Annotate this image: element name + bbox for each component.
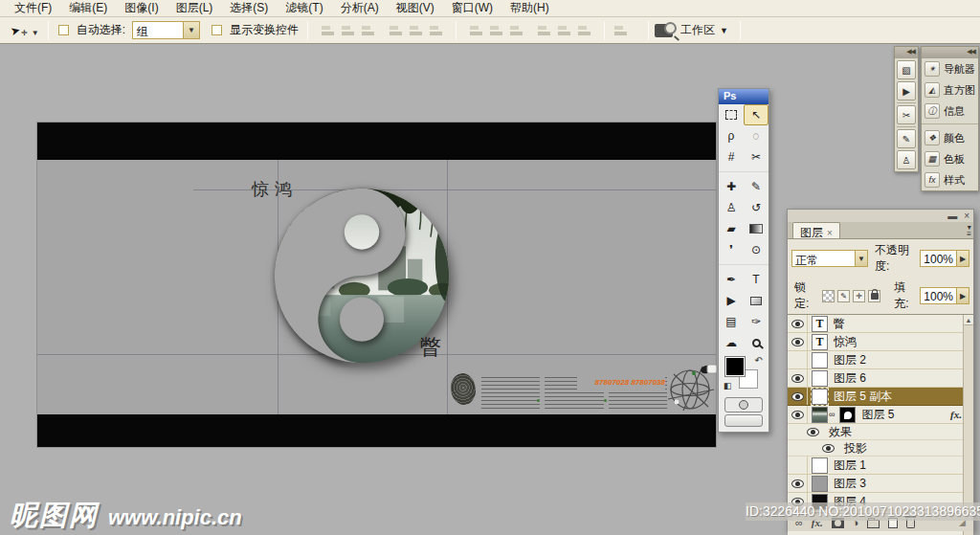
fill-field[interactable]: 100% ▶ — [920, 287, 969, 304]
dock-collapse-bar[interactable]: ◀◀ — [922, 47, 978, 58]
menu-item[interactable]: 编辑(E) — [60, 0, 116, 16]
lock-image-pixels-icon[interactable]: ✎ — [837, 290, 850, 302]
layer-thumbnail[interactable] — [812, 389, 828, 405]
visibility-toggle[interactable] — [788, 457, 808, 474]
layer-row[interactable]: ∞图层 5fx.▴ — [788, 406, 973, 424]
layer-name[interactable]: 瞥 — [834, 316, 845, 332]
menu-item[interactable]: 分析(A) — [332, 0, 388, 16]
layer-row[interactable]: 图层 6 — [788, 369, 973, 388]
menu-item[interactable]: 视图(V) — [388, 0, 443, 16]
tab-layers[interactable]: 图层× — [792, 222, 840, 238]
visibility-toggle[interactable] — [788, 333, 808, 350]
zoom-tool[interactable] — [744, 332, 768, 353]
layer-name[interactable]: 图层 5 — [861, 407, 894, 423]
layer-thumbnail[interactable] — [812, 457, 828, 474]
panel-menu-icon[interactable]: ▾≡ — [967, 224, 971, 237]
lasso-tool[interactable]: ρ — [719, 125, 744, 146]
document-canvas[interactable]: 惊鸿 瞥 87807028 87807038 — [37, 123, 716, 447]
menu-item[interactable]: 图层(L) — [167, 0, 222, 16]
panel-button-histogram[interactable]: ◭直方图 — [922, 79, 978, 100]
align-left-edges-icon[interactable] — [388, 24, 404, 37]
notes-tool[interactable]: ▤ — [719, 311, 744, 332]
layer-name[interactable]: 图层 6 — [834, 370, 866, 387]
layer-name[interactable]: 投影 — [844, 440, 867, 457]
panel-button-navigator[interactable]: ✴导航器 — [922, 58, 978, 79]
layer-row[interactable]: 图层 1 — [788, 457, 973, 475]
eyedropper-tool[interactable]: ✑ — [744, 311, 768, 332]
visibility-toggle[interactable] — [788, 351, 808, 368]
menu-item[interactable]: 选择(S) — [221, 0, 277, 16]
layer-thumbnail[interactable]: T — [812, 334, 828, 350]
toolbox-title[interactable]: Ps — [719, 89, 768, 104]
menu-item[interactable]: 图像(I) — [116, 0, 167, 16]
move-tool[interactable]: ↖ — [744, 104, 768, 125]
dodge-tool[interactable]: ⊙ — [744, 239, 768, 260]
lock-all-icon[interactable] — [868, 290, 880, 302]
clone-source-icon[interactable]: ♙ — [897, 150, 916, 169]
layer-name[interactable]: 图层 2 — [834, 352, 866, 368]
slice-tool[interactable]: ✂ — [744, 146, 768, 167]
layer-comps-icon[interactable]: ▧ — [897, 60, 916, 79]
layer-row[interactable]: 图层 5 副本 — [788, 388, 973, 406]
clone-stamp-tool[interactable]: ♙ — [719, 197, 744, 218]
distribute-top-edges-icon[interactable] — [468, 24, 484, 37]
blur-tool[interactable]: ❜ — [719, 239, 744, 260]
switch-colors-icon[interactable]: ↶ — [755, 355, 763, 366]
visibility-toggle[interactable] — [788, 315, 808, 332]
layer-thumbnail[interactable]: T — [812, 316, 828, 332]
layer-row[interactable]: 图层 2 — [788, 351, 973, 369]
visibility-toggle[interactable] — [788, 406, 808, 423]
layer-thumbnail[interactable] — [812, 370, 828, 387]
chevron-down-icon[interactable]: ▼ — [183, 22, 199, 38]
tab-close-icon[interactable]: × — [827, 228, 833, 238]
arrow-right-icon[interactable]: ▶ — [956, 288, 969, 303]
canvas-text-pie[interactable]: 瞥 — [420, 333, 441, 362]
layer-thumbnail[interactable] — [812, 476, 828, 492]
quick-selection-tool[interactable]: ◌ — [744, 125, 768, 146]
layer-name[interactable]: 效果 — [829, 424, 852, 440]
path-selection-tool[interactable]: ▶ — [719, 290, 744, 311]
canvas-text-jinghong[interactable]: 惊鸿 — [252, 178, 298, 201]
auto-align-layers-icon[interactable] — [612, 24, 629, 37]
screen-mode-button[interactable] — [724, 414, 763, 427]
tool-presets-icon[interactable]: ✂ — [897, 105, 916, 124]
crop-tool[interactable]: # — [719, 146, 744, 167]
layer-name[interactable]: 图层 3 — [834, 476, 866, 492]
visibility-toggle[interactable] — [788, 369, 808, 387]
workspace-button[interactable]: 工作区 — [680, 22, 715, 38]
layer-mask-thumbnail[interactable] — [839, 407, 856, 423]
eraser-tool[interactable]: ▰ — [719, 218, 744, 239]
layer-name[interactable]: 图层 5 副本 — [834, 389, 892, 405]
layer-row[interactable]: T瞥 — [788, 315, 973, 333]
move-tool-preset-button[interactable]: ➤ ✛ ▼ — [8, 22, 42, 39]
dock-collapse-bar[interactable]: ◀◀ — [895, 47, 918, 58]
healing-brush-tool[interactable]: ✚ — [719, 176, 744, 197]
distribute-horizontal-centers-icon[interactable] — [556, 24, 572, 37]
blend-mode-dropdown[interactable]: 正常 ▼ — [791, 250, 868, 267]
layer-row[interactable]: 效果 — [788, 424, 973, 440]
menu-item[interactable]: 滤镜(T) — [277, 0, 331, 16]
layer-name[interactable]: 图层 1 — [834, 457, 866, 474]
distribute-vertical-centers-icon[interactable] — [488, 24, 504, 37]
scroll-up-icon[interactable]: ▲ — [964, 315, 973, 325]
panel-button-styles[interactable]: fx样式 — [922, 169, 978, 190]
opacity-field[interactable]: 100% ▶ — [920, 250, 969, 267]
fx-badge[interactable]: fx. — [950, 409, 962, 420]
quick-mask-button[interactable] — [724, 397, 763, 412]
rectangular-marquee-tool[interactable] — [719, 104, 744, 125]
panel-button-swatches[interactable]: ▦色板 — [922, 148, 978, 169]
actions-icon[interactable]: ▶ — [897, 81, 916, 100]
menu-item[interactable]: 文件(F) — [6, 0, 60, 16]
layer-thumbnail[interactable] — [812, 407, 828, 423]
default-colors-icon[interactable]: ◧ — [724, 381, 732, 390]
chevron-down-icon[interactable]: ▼ — [855, 251, 867, 266]
minimize-icon[interactable]: ▬ — [947, 212, 957, 221]
align-right-edges-icon[interactable] — [428, 24, 444, 37]
panel-button-info[interactable]: ⓘ信息 — [922, 100, 978, 122]
visibility-toggle[interactable] — [803, 424, 823, 439]
menu-item[interactable]: 帮助(H) — [501, 0, 558, 16]
close-icon[interactable]: × — [964, 212, 969, 221]
lock-position-icon[interactable]: ✛ — [853, 290, 865, 302]
align-top-edges-icon[interactable] — [320, 24, 336, 37]
lock-transparent-pixels-icon[interactable] — [822, 290, 835, 302]
